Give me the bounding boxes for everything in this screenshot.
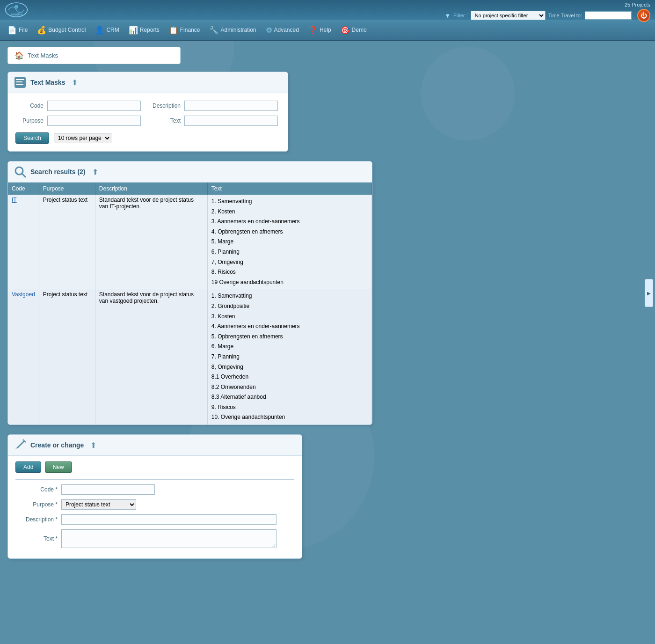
filter-select[interactable]: No project specific filter	[471, 11, 546, 20]
code-link[interactable]: IT	[12, 197, 17, 203]
new-button[interactable]: New	[45, 461, 72, 473]
create-description-label: Description *	[15, 516, 58, 523]
text-line-item: 8.1 Overheden	[211, 372, 368, 382]
description-input[interactable]	[184, 101, 278, 111]
table-row: ITProject status textStandaard tekst voo…	[8, 195, 372, 289]
text-line-item: 5. Opbrengsten en afnemers	[211, 332, 368, 342]
create-code-input[interactable]	[61, 484, 155, 495]
filter-row: ▼ Filter : No project specific filter Ti…	[444, 9, 650, 22]
budget-control-icon: 💰	[37, 26, 46, 35]
rows-per-page-select[interactable]: 10 rows per page 25 rows per page 50 row…	[54, 133, 111, 143]
text-line-item: 8. Risicos	[211, 267, 368, 278]
results-collapse-button[interactable]: ⬆	[92, 168, 98, 176]
description-label: Description	[153, 102, 181, 109]
demo-icon: 🎯	[341, 26, 350, 35]
results-icon	[14, 165, 27, 178]
text-line-item: 6. Planning	[211, 247, 368, 257]
nav-bar: 📄 File 💰 Budget Control 👤 CRM 📊 Reports …	[0, 20, 655, 41]
table-cell-code[interactable]: Vastgoed	[8, 289, 39, 424]
nav-item-crm[interactable]: 👤 CRM	[90, 23, 124, 37]
table-cell-text: 1. Samenvatting2. Kosten3. Aannemers en …	[207, 195, 371, 289]
text-input[interactable]	[184, 116, 278, 126]
results-panel-title: Search results (2)	[30, 168, 86, 176]
col-header-purpose: Purpose	[39, 183, 95, 195]
purpose-input[interactable]	[47, 116, 141, 126]
text-line-item: 6. Marge	[211, 342, 368, 352]
power-button[interactable]: ⏻	[637, 9, 650, 22]
text-label: Text	[153, 117, 181, 124]
nav-item-help[interactable]: ❓ Help	[304, 23, 336, 37]
nav-item-file[interactable]: 📄 File	[3, 23, 32, 37]
nav-item-advanced[interactable]: ⚙ Advanced	[261, 23, 304, 37]
code-input[interactable]	[47, 101, 141, 111]
home-icon[interactable]: 🏠	[15, 51, 24, 60]
create-panel: Create or change ⬆ Add New Code * Purpos…	[7, 434, 302, 559]
description-form-row: Description	[153, 101, 280, 111]
create-btn-row: Add New	[15, 461, 294, 473]
breadcrumb: 🏠 Text Masks	[7, 47, 181, 64]
results-panel-header: Search results (2) ⬆	[8, 161, 372, 183]
results-panel-wrap: Search results (2) ⬆ Code Purpose Descri…	[7, 161, 648, 425]
svg-rect-6	[16, 84, 23, 85]
nav-item-demo[interactable]: 🎯 Demo	[336, 23, 371, 37]
create-collapse-button[interactable]: ⬆	[90, 441, 96, 450]
text-line-item: 2. Grondpositie	[211, 301, 368, 312]
nav-label-file: File	[19, 27, 28, 33]
filter-link[interactable]: Filter :	[453, 13, 468, 18]
table-cell-purpose: Project status text	[39, 289, 95, 424]
code-label: Code	[15, 102, 44, 109]
create-form: Add New Code * Purpose * Project status …	[8, 456, 302, 558]
time-travel-label: Time Travel to:	[548, 13, 582, 18]
filter-icon: ▼	[444, 12, 451, 19]
main-content: 🏠 Text Masks Text Masks ⬆ Code	[0, 41, 655, 574]
text-line-item: 7, Omgeving	[211, 257, 368, 268]
nav-item-budget-control[interactable]: 💰 Budget Control	[32, 23, 90, 37]
col-header-code: Code	[8, 183, 39, 195]
table-cell-code[interactable]: IT	[8, 195, 39, 289]
help-icon: ❓	[308, 26, 318, 35]
nav-label-budget-control: Budget Control	[48, 27, 86, 33]
create-text-input[interactable]	[61, 529, 277, 548]
text-line-item: 19 Overige aandachtspunten	[211, 278, 368, 288]
text-line-item: 3. Aannemers en onder-aannemers	[211, 217, 368, 227]
create-description-input[interactable]	[61, 514, 277, 525]
create-icon	[14, 439, 27, 452]
text-line-item: 5. Marge	[211, 237, 368, 247]
search-panel-body: Code Description Purpose Text Search	[8, 93, 288, 151]
create-code-row: Code *	[15, 484, 294, 495]
search-button[interactable]: Search	[15, 132, 49, 144]
svg-point-1	[15, 5, 18, 8]
table-cell-description: Standaard tekst voor de project status v…	[95, 289, 207, 424]
time-travel-input[interactable]	[585, 11, 632, 20]
advanced-icon: ⚙	[266, 26, 272, 35]
search-panel-header: Text Masks ⬆	[8, 72, 288, 93]
nav-item-reports[interactable]: 📊 Reports	[124, 23, 164, 37]
text-line-item: 8, Omgeving	[211, 362, 368, 373]
search-collapse-button[interactable]: ⬆	[72, 78, 78, 87]
create-purpose-select[interactable]: Project status text	[61, 499, 136, 510]
create-purpose-label: Purpose *	[15, 501, 58, 508]
table-cell-text: 1. Samenvatting2. Grondpositie3. Kosten4…	[207, 289, 371, 424]
text-line-item: 4. Aannemers en onder-aannemers	[211, 322, 368, 332]
svg-text:invantive: invantive	[11, 13, 23, 16]
create-text-label: Text *	[15, 535, 58, 542]
code-link[interactable]: Vastgoed	[12, 291, 35, 298]
svg-rect-5	[16, 81, 22, 82]
file-icon: 📄	[7, 26, 17, 35]
nav-label-administration: Administration	[220, 27, 256, 33]
code-form-row: Code	[15, 101, 143, 111]
logo-icon: invantive	[5, 1, 28, 19]
text-line-item: 7. Planning	[211, 352, 368, 362]
nav-label-demo: Demo	[352, 27, 367, 33]
text-line-item: 10. Overige aandachtspunten	[211, 412, 368, 423]
table-cell-purpose: Project status text	[39, 195, 95, 289]
text-line-item: 1. Samenvatting	[211, 291, 368, 301]
add-button[interactable]: Add	[15, 461, 41, 473]
text-line-item: 9. Risicos	[211, 402, 368, 413]
breadcrumb-text: Text Masks	[28, 52, 58, 59]
nav-label-crm: CRM	[106, 27, 119, 33]
purpose-form-row: Purpose	[15, 116, 143, 126]
scroll-button[interactable]: ▶	[645, 279, 653, 307]
nav-item-administration[interactable]: 🔧 Administration	[204, 23, 261, 37]
nav-item-finance[interactable]: 📋 Finance	[164, 23, 205, 37]
